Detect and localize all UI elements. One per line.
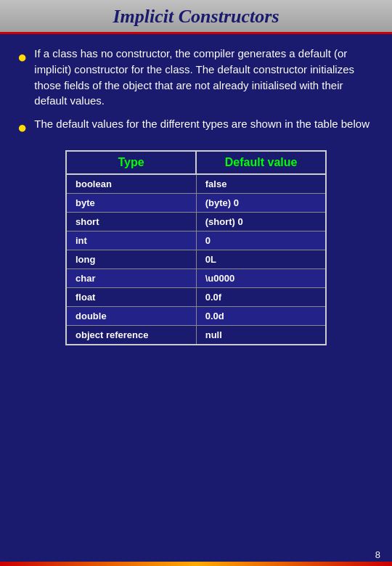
table-row: short(short) 0 [66,212,326,231]
table-cell-type: boolean [66,174,196,194]
slide-content: ● If a class has no constructor, the com… [0,34,392,562]
table-cell-type: long [66,250,196,268]
bullet-item-1: ● If a class has no constructor, the com… [17,46,375,109]
table-row: char\u0000 [66,268,326,287]
table-cell-value: (byte) 0 [196,193,326,212]
table-row: long0L [66,250,326,268]
table-cell-value: (short) 0 [196,212,326,231]
table-cell-value: 0 [196,231,326,250]
table-row: int0 [66,231,326,250]
page-number: 8 [375,549,380,560]
table-cell-type: short [66,212,196,231]
table-cell-value: 0.0f [196,287,326,306]
table-row: float0.0f [66,287,326,306]
bullet-text-2: The default values for the different typ… [34,116,369,132]
bullet-section: ● If a class has no constructor, the com… [17,46,375,139]
table-cell-value: \u0000 [196,268,326,287]
bullet-text-1: If a class has no constructor, the compi… [34,46,375,109]
table-row: double0.0d [66,306,326,325]
table-cell-type: object reference [66,325,196,345]
table-header-type: Type [66,151,196,174]
table-cell-value: null [196,325,326,345]
default-values-table: Type Default value booleanfalsebyte(byte… [65,150,327,345]
default-values-table-container: Type Default value booleanfalsebyte(byte… [65,150,327,345]
table-row: booleanfalse [66,174,326,194]
slide: Implicit Constructors ● If a class has n… [0,0,392,566]
bottom-bar [0,562,392,566]
table-cell-value: 0.0d [196,306,326,325]
table-cell-type: float [66,287,196,306]
title-bar: Implicit Constructors [0,0,392,34]
bullet-dot-1: ● [17,47,27,68]
bullet-dot-2: ● [17,118,27,139]
table-cell-value: false [196,174,326,194]
bullet-item-2: ● The default values for the different t… [17,116,375,139]
table-cell-type: char [66,268,196,287]
slide-title: Implicit Constructors [15,6,377,28]
table-cell-type: double [66,306,196,325]
table-cell-type: int [66,231,196,250]
table-row: byte(byte) 0 [66,193,326,212]
table-header-default: Default value [196,151,326,174]
table-cell-value: 0L [196,250,326,268]
table-cell-type: byte [66,193,196,212]
table-row: object referencenull [66,325,326,345]
